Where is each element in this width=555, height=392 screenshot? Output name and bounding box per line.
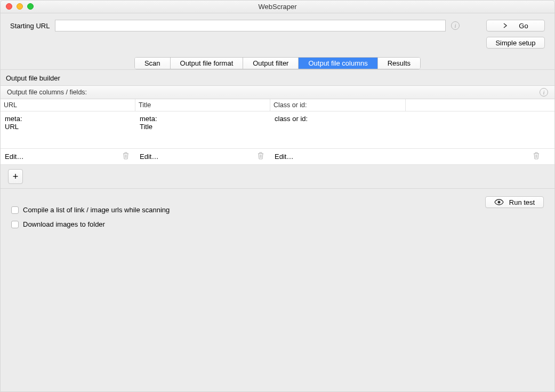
options: Compile a list of link / image urls whil… xyxy=(11,196,485,228)
cell-class-line1: class or id: xyxy=(275,115,550,123)
tabs-row: Scan Output file format Output filter Ou… xyxy=(1,54,554,69)
info-icon[interactable]: i xyxy=(540,88,548,97)
builder-subheading: Output file columns / fields: xyxy=(7,89,87,96)
builder-subheading-row: Output file columns / fields: i xyxy=(1,85,554,99)
svg-point-0 xyxy=(497,201,500,204)
compile-label: Compile a list of link / image urls whil… xyxy=(23,206,170,214)
simple-setup-button[interactable]: Simple setup xyxy=(486,37,545,49)
cell-url[interactable]: meta: URL xyxy=(1,111,135,148)
eye-icon xyxy=(494,199,504,205)
columns-body: meta: URL meta: Title class or id: xyxy=(1,111,554,149)
app-window: WebScraper Starting URL i Go Simple setu… xyxy=(0,0,555,392)
edit-link-class[interactable]: Edit… xyxy=(275,153,293,161)
segmented-control: Scan Output file format Output filter Ou… xyxy=(134,57,421,69)
add-row-area: + xyxy=(1,165,554,188)
download-label: Download images to folder xyxy=(23,220,105,228)
go-label: Go xyxy=(519,22,528,30)
starting-url-input[interactable] xyxy=(55,20,446,31)
trash-icon[interactable] xyxy=(123,152,129,161)
col-header-blank xyxy=(405,99,554,111)
close-icon[interactable] xyxy=(6,3,12,10)
cell-class[interactable]: class or id: xyxy=(270,111,554,148)
compile-option-row: Compile a list of link / image urls whil… xyxy=(11,206,485,214)
trash-icon[interactable] xyxy=(533,152,540,161)
minimize-icon[interactable] xyxy=(17,3,23,10)
info-icon[interactable]: i xyxy=(451,21,460,30)
run-test-button[interactable]: Run test xyxy=(485,196,544,208)
builder-heading: Output file builder xyxy=(1,69,554,85)
cell-title-line1: meta: xyxy=(140,115,266,123)
tab-results[interactable]: Results xyxy=(378,58,420,69)
tab-output-file-columns[interactable]: Output file columns xyxy=(299,58,377,69)
columns-header: URL Title Class or id: xyxy=(1,99,554,111)
edit-cell-title: Edit… xyxy=(140,152,275,161)
cell-title[interactable]: meta: Title xyxy=(135,111,270,148)
add-column-button[interactable]: + xyxy=(8,169,23,184)
download-option-row: Download images to folder xyxy=(11,220,485,228)
compile-checkbox[interactable] xyxy=(11,206,19,214)
run-test-label: Run test xyxy=(509,198,535,206)
url-row: Starting URL i Go xyxy=(10,20,545,31)
toolbar: Starting URL i Go Simple setup xyxy=(1,13,554,54)
tab-output-filter[interactable]: Output filter xyxy=(243,58,299,69)
trash-icon[interactable] xyxy=(258,152,264,161)
cell-url-line2: URL xyxy=(5,123,131,131)
zoom-icon[interactable] xyxy=(27,3,34,10)
lower-panel: Compile a list of link / image urls whil… xyxy=(1,188,554,236)
window-controls xyxy=(6,3,34,10)
cell-title-line2: Title xyxy=(140,123,266,131)
starting-url-label: Starting URL xyxy=(10,22,50,30)
edit-cell-class: Edit… xyxy=(275,152,550,161)
chevron-right-icon xyxy=(503,21,508,30)
col-header-url[interactable]: URL xyxy=(1,99,135,111)
edit-row: Edit… Edit… Edit… xyxy=(1,149,554,165)
col-header-title[interactable]: Title xyxy=(135,99,270,111)
edit-link-url[interactable]: Edit… xyxy=(5,153,23,161)
edit-link-title[interactable]: Edit… xyxy=(140,153,158,161)
tab-output-file-format[interactable]: Output file format xyxy=(171,58,244,69)
edit-cell-url: Edit… xyxy=(5,152,140,161)
simple-row: Simple setup xyxy=(10,37,545,49)
col-header-class[interactable]: Class or id: xyxy=(270,99,405,111)
titlebar: WebScraper xyxy=(1,1,554,13)
tab-scan[interactable]: Scan xyxy=(135,58,171,69)
window-title: WebScraper xyxy=(258,3,296,11)
cell-url-line1: meta: xyxy=(5,115,131,123)
download-checkbox[interactable] xyxy=(11,221,19,228)
go-button[interactable]: Go xyxy=(486,20,545,31)
